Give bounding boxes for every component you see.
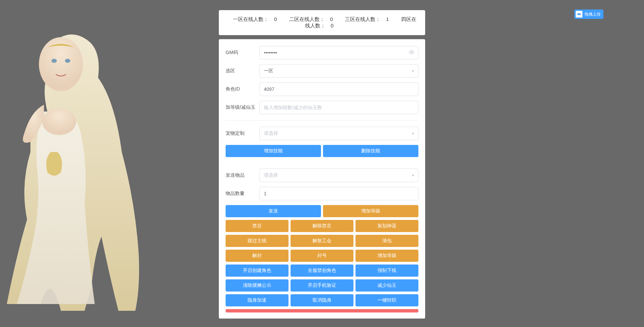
send-item-label: 发送物品 bbox=[226, 172, 259, 178]
level-label: 加等级/减仙玉 bbox=[226, 104, 259, 110]
upload-label: 拖拽上传 bbox=[584, 11, 601, 17]
zone-select[interactable]: 一区 ▾ bbox=[259, 64, 418, 78]
svg-rect-6 bbox=[578, 14, 580, 15]
background-character-image bbox=[0, 17, 142, 319]
reduce-jade-button[interactable]: 减少仙玉 bbox=[355, 279, 418, 292]
danger-button[interactable] bbox=[226, 309, 418, 312]
ban-button[interactable]: 封号 bbox=[291, 250, 353, 262]
stealth-speed-button[interactable]: 隐身加速 bbox=[226, 294, 289, 306]
one-click-job-button[interactable]: 一键转职 bbox=[355, 294, 418, 306]
eye-icon[interactable] bbox=[409, 50, 414, 56]
gm-code-input[interactable] bbox=[259, 46, 418, 59]
clear-bag-button[interactable]: 清包 bbox=[355, 235, 418, 247]
pet-select[interactable]: 请选择 ▾ bbox=[259, 127, 418, 140]
clear-stall-button[interactable]: 清除摆摊公示 bbox=[226, 279, 289, 292]
send-button[interactable]: 发送 bbox=[226, 205, 321, 217]
skip-main-button[interactable]: 跳过主线 bbox=[226, 235, 289, 247]
level-input[interactable] bbox=[259, 101, 418, 114]
mute-button[interactable]: 禁言 bbox=[226, 220, 289, 232]
dissolve-guild-button[interactable]: 解散工会 bbox=[291, 235, 353, 247]
enable-create-button[interactable]: 开启创建角色 bbox=[226, 265, 289, 277]
delete-skill-button[interactable]: 删除技能 bbox=[323, 145, 418, 157]
gm-code-label: GM码 bbox=[226, 50, 259, 56]
chevron-down-icon: ▾ bbox=[412, 69, 414, 73]
unban-button[interactable]: 解封 bbox=[226, 250, 289, 262]
chevron-down-icon: ▾ bbox=[412, 173, 414, 178]
svg-point-3 bbox=[42, 108, 76, 135]
enable-phone-button[interactable]: 开启手机验证 bbox=[291, 279, 353, 292]
role-id-input[interactable] bbox=[259, 82, 418, 96]
unmute-button[interactable]: 解除禁言 bbox=[291, 220, 353, 232]
add-skill-button[interactable]: 增加技能 bbox=[226, 145, 321, 157]
drag-upload-widget[interactable]: 拖拽上传 bbox=[574, 9, 603, 19]
svg-point-0 bbox=[39, 37, 83, 91]
chevron-down-icon: ▾ bbox=[412, 131, 414, 136]
zone-label: 选区 bbox=[226, 68, 259, 74]
disable-create-button[interactable]: 全服禁创角色 bbox=[291, 265, 353, 277]
svg-point-1 bbox=[51, 59, 57, 63]
role-id-label: 角色ID bbox=[226, 86, 259, 92]
cancel-stealth-button[interactable]: 取消隐身 bbox=[291, 294, 353, 306]
send-item-select[interactable]: 请选择 ▾ bbox=[259, 169, 418, 182]
svg-point-2 bbox=[65, 59, 70, 63]
divider bbox=[226, 120, 418, 121]
upload-icon bbox=[576, 11, 582, 18]
online-count-header: 一区在线人数：0 二区在线人数：0 三区在线人数：1 四区在线人数：0 bbox=[219, 10, 425, 35]
force-offline-button[interactable]: 强制下线 bbox=[355, 265, 418, 277]
plan-artifact-button[interactable]: 策划神器 bbox=[355, 220, 418, 232]
pet-label: 宠物定制 bbox=[226, 130, 259, 136]
item-count-input[interactable] bbox=[259, 187, 418, 200]
add-level2-button[interactable]: 增加等级 bbox=[355, 250, 418, 262]
admin-form-card: GM码 选区 一区 ▾ 角色ID 加等级/减 bbox=[219, 39, 425, 319]
item-count-label: 物品数量 bbox=[226, 191, 259, 197]
svg-point-7 bbox=[411, 52, 412, 53]
add-level-button[interactable]: 增加等级 bbox=[323, 205, 418, 217]
